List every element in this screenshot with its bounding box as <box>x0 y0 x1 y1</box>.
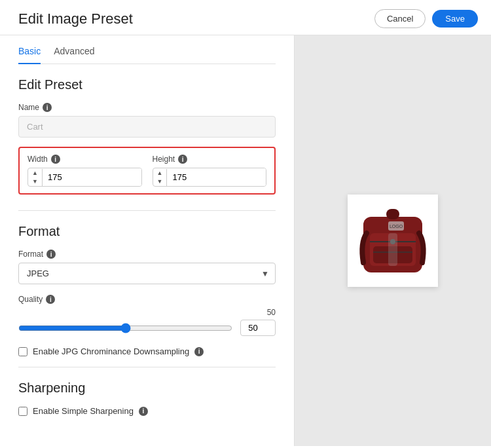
name-label: Name i <box>18 103 276 112</box>
cancel-button[interactable]: Cancel <box>374 9 426 28</box>
name-info-icon: i <box>43 103 52 112</box>
sharpening-section: Sharpening Enable Simple Sharpening i <box>18 381 276 416</box>
quality-section: 50 <box>18 308 276 336</box>
page-header: Edit Image Preset Cancel Save <box>0 0 491 35</box>
height-input-wrap: ▲ ▼ <box>153 168 267 187</box>
svg-rect-1 <box>386 209 399 219</box>
name-input[interactable] <box>18 116 276 138</box>
tab-advanced[interactable]: Advanced <box>54 46 94 64</box>
height-decrement-button[interactable]: ▼ <box>153 177 167 186</box>
simple-sharpening-checkbox[interactable] <box>18 407 27 416</box>
section-title-format: Format <box>18 224 276 239</box>
format-info-icon: i <box>46 250 56 259</box>
chrominance-info-icon: i <box>194 347 204 356</box>
format-select-wrap: JPEG PNG GIF WebP ▼ <box>18 263 276 284</box>
height-spinner: ▲ ▼ <box>153 169 168 186</box>
tab-basic[interactable]: Basic <box>18 46 41 64</box>
divider-2 <box>18 367 276 367</box>
width-input-wrap: ▲ ▼ <box>27 168 142 187</box>
format-section: Format Format i JPEG PNG GIF WebP ▼ Qual… <box>18 224 276 356</box>
main-layout: Basic Advanced Edit Preset Name i Width … <box>0 35 491 446</box>
edit-preset-section: Edit Preset Name i Width i ▲ <box>18 77 276 195</box>
height-field: Height i ▲ ▼ <box>153 155 267 187</box>
section-title-sharpening: Sharpening <box>18 381 276 396</box>
simple-sharpening-label: Enable Simple Sharpening <box>33 406 134 416</box>
header-actions: Cancel Save <box>374 9 478 28</box>
chrominance-checkbox[interactable] <box>18 347 27 356</box>
quality-input[interactable] <box>240 320 276 336</box>
width-spinner: ▲ ▼ <box>28 169 43 186</box>
format-label: Format i <box>18 250 276 259</box>
dimensions-box: Width i ▲ ▼ Height i <box>18 147 276 195</box>
width-info-icon: i <box>51 155 60 164</box>
quality-label: Quality i <box>18 295 276 304</box>
backpack-preview-image: LOGO <box>350 197 435 282</box>
page-title: Edit Image Preset <box>18 10 133 28</box>
width-input[interactable] <box>43 168 141 186</box>
quality-row <box>18 320 276 336</box>
width-decrement-button[interactable]: ▼ <box>28 177 42 186</box>
divider-1 <box>18 210 276 211</box>
sharpening-info-icon: i <box>139 407 148 416</box>
height-increment-button[interactable]: ▲ <box>153 169 167 177</box>
height-label: Height i <box>153 155 267 164</box>
quality-value-label: 50 <box>18 308 276 317</box>
svg-rect-9 <box>388 233 397 266</box>
format-select[interactable]: JPEG PNG GIF WebP <box>18 263 276 284</box>
chrominance-label: Enable JPG Chrominance Downsampling <box>33 346 189 356</box>
height-input[interactable] <box>167 168 266 186</box>
preview-image-box: LOGO <box>348 195 438 287</box>
tab-bar: Basic Advanced <box>18 35 276 64</box>
simple-sharpening-row: Enable Simple Sharpening i <box>18 406 276 416</box>
chrominance-row: Enable JPG Chrominance Downsampling i <box>18 346 276 356</box>
width-field: Width i ▲ ▼ <box>27 155 142 187</box>
width-label: Width i <box>27 155 142 164</box>
svg-text:LOGO: LOGO <box>390 224 403 229</box>
height-info-icon: i <box>178 155 187 164</box>
quality-slider[interactable] <box>18 323 232 333</box>
section-title-edit-preset: Edit Preset <box>18 77 276 92</box>
preview-panel: LOGO <box>295 35 491 446</box>
width-increment-button[interactable]: ▲ <box>28 169 42 177</box>
save-button[interactable]: Save <box>432 10 478 28</box>
quality-info-icon: i <box>46 295 55 304</box>
left-panel: Basic Advanced Edit Preset Name i Width … <box>0 35 295 446</box>
